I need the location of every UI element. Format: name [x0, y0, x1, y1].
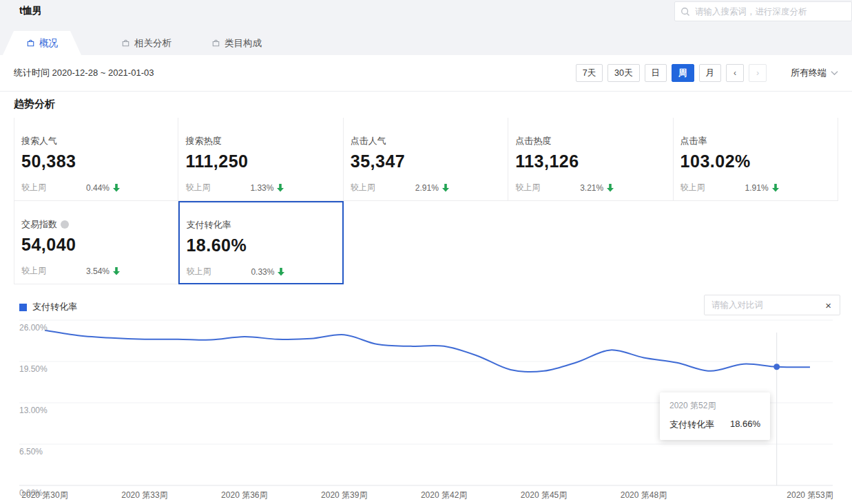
metric-delta: 较上周 3.21% [515, 182, 665, 193]
legend-label: 支付转化率 [32, 301, 77, 313]
compare-word-box[interactable]: × [704, 295, 840, 315]
bag-icon [121, 39, 130, 48]
metric-label: 点击人气 [351, 135, 501, 147]
close-icon[interactable]: × [824, 299, 833, 312]
tab-category-composition[interactable]: 类目构成 [211, 31, 262, 55]
toolbar-controls: 7天 30天 日 周 月 ‹ › 所有终端 [576, 64, 838, 82]
metric-value: 35,347 [351, 151, 501, 171]
bag-icon [26, 39, 35, 48]
x-tick-label: 2020 第33周 [121, 490, 167, 501]
compare-word-input[interactable] [711, 300, 824, 310]
section-title: 趋势分析 [14, 98, 852, 111]
metric-card-transaction-index[interactable]: 交易指数 54,040 较上周 3.54% [14, 201, 178, 284]
x-tick-label: 2020 第53周 [787, 490, 833, 501]
tooltip-value: 18.66% [730, 419, 760, 431]
range-7d-button[interactable]: 7天 [576, 64, 603, 82]
metric-value: 54,040 [21, 235, 171, 255]
metric-delta: 较上周 0.33% [186, 266, 335, 277]
metric-card-search-heat[interactable]: 搜索热度 111,250 较上周 1.33% [178, 118, 343, 201]
metric-value: 18.60% [186, 235, 335, 255]
bag-icon [211, 39, 220, 48]
tab-label: 相关分析 [134, 37, 172, 50]
next-period-button: › [749, 64, 767, 82]
info-icon [61, 220, 69, 229]
tab-related-analysis[interactable]: 相关分析 [121, 31, 172, 55]
granularity-day-button[interactable]: 日 [645, 64, 667, 82]
metric-card-click-popularity[interactable]: 点击人气 35,347 较上周 2.91% [344, 118, 508, 201]
metric-value: 113,126 [515, 151, 665, 171]
delta-percent: 3.54% [86, 266, 110, 276]
granularity-month-button[interactable]: 月 [699, 64, 722, 82]
down-arrow-icon [607, 184, 614, 192]
metric-delta: 较上周 1.33% [185, 182, 335, 193]
y-tick-label: 19.50% [19, 364, 48, 374]
top-band: t恤男 概况 相关分析 [0, 0, 852, 55]
y-tick-label: 26.00% [19, 323, 48, 333]
metric-label: 搜索热度 [185, 135, 335, 147]
metric-delta: 较上周 1.91% [680, 182, 831, 193]
compare-label: 较上周 [21, 265, 86, 277]
search-input[interactable] [695, 7, 846, 17]
page: t恤男 概况 相关分析 [0, 0, 852, 504]
down-arrow-icon [277, 184, 284, 192]
x-tick-label: 2020 第30周 [21, 490, 67, 501]
down-arrow-icon [442, 184, 449, 192]
metric-card-search-popularity[interactable]: 搜索人气 50,383 较上周 0.44% [14, 118, 178, 201]
toolbar: 统计时间 2020-12-28 ~ 2021-01-03 7天 30天 日 周 … [0, 55, 852, 92]
tooltip-week: 2020 第52周 [669, 400, 760, 412]
delta-percent: 2.91% [415, 183, 439, 193]
legend-payment-conversion[interactable]: 支付转化率 [19, 301, 77, 313]
metric-grid: 搜索人气 50,383 较上周 0.44% 搜索热度 111,250 较上周 1… [14, 118, 838, 284]
series-line-payment-conversion [45, 330, 810, 372]
metric-label: 交易指数 [21, 218, 171, 231]
tab-bar: 概况 相关分析 类目构成 [0, 31, 262, 55]
prev-period-button[interactable]: ‹ [726, 64, 744, 82]
compare-label: 较上周 [680, 182, 745, 193]
tab-overview[interactable]: 概况 [3, 31, 81, 55]
granularity-week-button[interactable]: 周 [672, 64, 694, 82]
delta-percent: 3.21% [580, 183, 603, 193]
metric-card-click-heat[interactable]: 点击热度 113,126 较上周 3.21% [508, 118, 673, 201]
search-icon [680, 7, 690, 17]
compare-label: 较上周 [515, 182, 580, 193]
empty-cell [674, 201, 838, 284]
x-tick-label: 2020 第39周 [321, 490, 367, 501]
legend-swatch [19, 304, 27, 311]
metric-label: 点击热度 [515, 135, 665, 147]
range-30d-button[interactable]: 30天 [607, 64, 639, 82]
highlight-point [773, 364, 780, 370]
x-tick-label: 2020 第36周 [221, 490, 267, 501]
metric-value: 103.02% [680, 151, 831, 171]
chart-tooltip: 2020 第52周 支付转化率 18.66% [660, 392, 770, 440]
down-arrow-icon [278, 268, 284, 276]
metric-label-text: 交易指数 [21, 218, 57, 231]
metric-delta: 较上周 0.44% [21, 182, 171, 193]
tooltip-series-label: 支付转化率 [669, 419, 714, 431]
compare-label: 较上周 [185, 182, 250, 193]
metric-label: 搜索人气 [21, 135, 171, 147]
terminal-select[interactable]: 所有终端 [791, 67, 838, 79]
tooltip-row: 支付转化率 18.66% [669, 419, 760, 431]
terminal-label: 所有终端 [791, 67, 827, 79]
empty-cell [508, 201, 673, 284]
metric-value: 111,250 [185, 151, 335, 171]
tab-label: 类目构成 [225, 37, 262, 50]
chevron-down-icon [831, 70, 838, 76]
delta-percent: 1.91% [745, 183, 769, 193]
y-tick-label: 13.00% [19, 406, 48, 415]
metric-value: 50,383 [21, 151, 171, 171]
down-arrow-icon [113, 267, 120, 275]
metric-card-click-rate[interactable]: 点击率 103.02% 较上周 1.91% [674, 118, 838, 201]
x-tick-label: 2020 第45周 [521, 490, 567, 501]
search-box[interactable] [674, 1, 852, 21]
y-tick-label: 6.50% [19, 447, 43, 456]
metric-label: 点击率 [680, 135, 831, 147]
empty-cell [344, 201, 508, 284]
page-title: t恤男 [19, 5, 42, 17]
metric-card-payment-conversion[interactable]: 支付转化率 18.60% 较上周 0.33% [178, 201, 343, 284]
delta-percent: 0.44% [86, 183, 110, 193]
compare-label: 较上周 [21, 182, 86, 193]
delta-percent: 0.33% [251, 267, 274, 277]
compare-label: 较上周 [186, 266, 251, 277]
tab-label: 概况 [39, 37, 58, 50]
